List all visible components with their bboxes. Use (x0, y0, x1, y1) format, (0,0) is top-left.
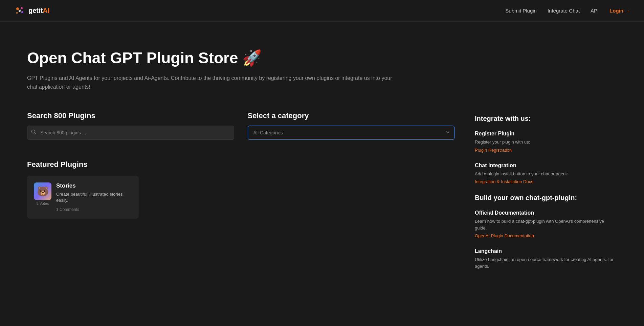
featured-section: Featured Plugins 🐻 5 Votes Stories Creat… (27, 160, 454, 218)
right-sidebar: Integrate with us: Register Plugin Regis… (475, 111, 617, 279)
category-select[interactable]: All Categories Writing Productivity Fina… (248, 126, 455, 140)
sidebar-langchain: Langchain Utilize Langchain, an open-sou… (475, 248, 617, 269)
sidebar-chat-desc: Add a plugin install button to your chat… (475, 171, 617, 177)
header: getitAI Submit Plugin Integrate Chat API… (0, 0, 644, 22)
svg-line-7 (20, 8, 22, 11)
plugin-meta: 1 Comments (56, 207, 132, 212)
sidebar-docs-title: Official Documentation (475, 210, 617, 216)
nav-api[interactable]: API (591, 8, 599, 14)
sidebar-register-title: Register Plugin (475, 131, 617, 137)
svg-line-9 (17, 11, 20, 13)
svg-line-11 (35, 133, 36, 134)
logo-text: getitAI (28, 7, 49, 15)
search-block: Search 800 Plugins (27, 111, 234, 140)
sidebar-langchain-title: Langchain (475, 248, 617, 254)
left-section: Search 800 Plugins Select a category A (27, 111, 454, 279)
plugin-icon-container: 🐻 5 Votes (34, 182, 51, 205)
category-select-wrapper: All Categories Writing Productivity Fina… (248, 126, 455, 140)
main-content: Search 800 Plugins Select a category A (0, 111, 644, 279)
nav-integrate-chat[interactable]: Integrate Chat (548, 8, 580, 14)
sidebar-chat-integration: Chat Integration Add a plugin install bu… (475, 162, 617, 185)
plugin-description: Create beautiful, illustrated stories ea… (56, 191, 132, 203)
sidebar-register-plugin: Register Plugin Register your plugin wit… (475, 131, 617, 153)
sidebar-chat-link[interactable]: Integration & Installation Docs (475, 179, 533, 184)
plugin-name: Stories (56, 182, 132, 189)
search-icon (31, 129, 37, 136)
search-input-wrapper (27, 126, 234, 140)
hero-section: Open Chat GPT Plugin Store 🚀 GPT Plugins… (0, 22, 644, 111)
plugin-info: Stories Create beautiful, illustrated st… (56, 182, 132, 212)
hero-title: Open Chat GPT Plugin Store 🚀 (27, 49, 617, 67)
logo[interactable]: getitAI (14, 5, 49, 17)
sidebar-docs-link[interactable]: OpenAI Plugin Documentation (475, 233, 534, 238)
search-input[interactable] (27, 126, 234, 140)
sidebar-langchain-desc: Utilize Langchain, an open-source framew… (475, 256, 617, 269)
sidebar-build-title: Build your own chat-gpt-plugin: (475, 194, 617, 202)
logo-icon (14, 5, 26, 17)
sidebar-official-docs: Official Documentation Learn how to buil… (475, 210, 617, 239)
sidebar-register-link[interactable]: Plugin Registration (475, 148, 512, 153)
sidebar-register-desc: Register your plugin with us: (475, 139, 617, 146)
plugin-votes: 5 Votes (37, 201, 49, 205)
featured-heading: Featured Plugins (27, 160, 454, 169)
category-heading: Select a category (248, 111, 455, 120)
sidebar-chat-title: Chat Integration (475, 162, 617, 169)
plugin-comments: 1 Comments (56, 207, 79, 212)
nav-submit-plugin[interactable]: Submit Plugin (505, 8, 537, 14)
nav: Submit Plugin Integrate Chat API Login → (505, 8, 630, 14)
search-category-row: Search 800 Plugins Select a category A (27, 111, 454, 140)
plugin-icon: 🐻 (34, 182, 51, 200)
hero-description: GPT Plugins and AI Agents for your proje… (27, 74, 399, 91)
nav-login[interactable]: Login → (609, 8, 630, 14)
sidebar-docs-desc: Learn how to build a chat-gpt-plugin wit… (475, 218, 617, 231)
plugin-card-inner: 🐻 5 Votes Stories Create beautiful, illu… (34, 182, 132, 212)
search-heading: Search 800 Plugins (27, 111, 234, 120)
plugin-card[interactable]: 🐻 5 Votes Stories Create beautiful, illu… (27, 176, 139, 218)
category-block: Select a category All Categories Writing… (248, 111, 455, 140)
sidebar-integrate-title: Integrate with us: (475, 115, 617, 123)
